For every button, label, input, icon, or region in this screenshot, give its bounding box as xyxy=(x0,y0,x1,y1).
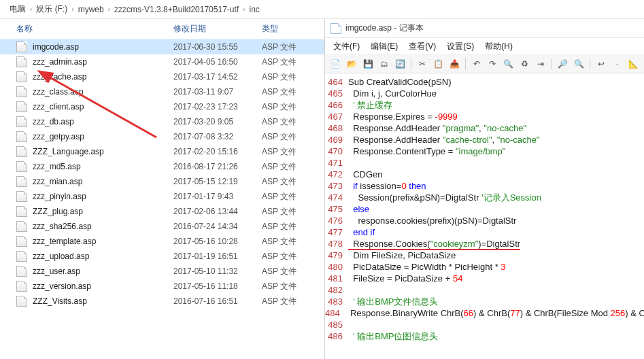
file-type: ASP 文件 xyxy=(262,281,316,292)
editor-toolbar: 📄📂💾🗂🔄✂📋📥↶↷🔍♻⇥🔎🔍↩·📐 xyxy=(325,54,644,73)
save-icon[interactable]: 💾 xyxy=(361,57,375,71)
file-row[interactable]: zzz_md5.asp2016-08-17 21:26ASP 文件 xyxy=(0,159,324,174)
paste-icon[interactable]: 📥 xyxy=(447,57,461,71)
code-line: 485 xyxy=(325,319,644,330)
code-line: 464Sub CreatValidCode(pSN) xyxy=(325,76,644,88)
file-row[interactable]: zzz_class.asp2017-03-11 9:07ASP 文件 xyxy=(0,84,324,99)
col-date[interactable]: 修改日期 xyxy=(173,23,262,35)
file-date: 2017-04-05 16:50 xyxy=(173,57,262,67)
file-type: ASP 文件 xyxy=(262,71,316,83)
toolbar-separator xyxy=(465,58,466,70)
file-row[interactable]: ZZZ_plug.asp2017-02-06 13:44ASP 文件 xyxy=(0,204,324,219)
menu-item[interactable]: 设置(S) xyxy=(443,39,478,54)
file-type: ASP 文件 xyxy=(262,191,316,203)
replace-icon[interactable]: ♻ xyxy=(518,57,532,71)
file-name: ZZZ_Visits.asp xyxy=(33,296,173,306)
menu-item[interactable]: 查看(V) xyxy=(405,39,440,54)
file-type: ASP 文件 xyxy=(262,236,316,247)
file-date: 2017-07-08 3:32 xyxy=(173,132,262,141)
zoomout-icon[interactable]: 🔍 xyxy=(572,57,586,71)
open-icon[interactable]: 📂 xyxy=(345,57,359,71)
code-text: if issession=0 then xyxy=(348,180,644,192)
code-text: Response.Cookies("cookieyzm")=DigtalStr xyxy=(348,238,644,250)
breadcrumb-segment[interactable]: zzzcms-V1.3.8+Build20170517-utf xyxy=(110,5,243,14)
ruler-icon[interactable]: 📐 xyxy=(626,57,640,71)
wrap-icon[interactable]: ↩ xyxy=(594,57,608,71)
line-number: 464 xyxy=(325,76,348,88)
cut-icon[interactable]: ✂ xyxy=(416,57,429,71)
file-icon xyxy=(16,86,27,97)
file-row[interactable]: zzz_pinyin.asp2017-01-17 9:43ASP 文件 xyxy=(0,189,324,204)
file-row[interactable]: zzz_cache.asp2017-03-17 14:52ASP 文件 xyxy=(0,69,324,84)
breadcrumb-segment[interactable]: 娱乐 (F:) xyxy=(32,3,71,15)
file-date: 2017-01-17 9:43 xyxy=(173,192,262,201)
file-name: zzz_version.asp xyxy=(33,281,173,291)
file-row[interactable]: zzz_upload.asp2017-01-19 16:51ASP 文件 xyxy=(0,249,324,264)
code-text: Sub CreatValidCode(pSN) xyxy=(348,76,644,88)
file-row[interactable]: zzz_client.asp2017-02-23 17:23ASP 文件 xyxy=(0,99,324,114)
undo-icon[interactable]: ↶ xyxy=(470,57,484,71)
file-row[interactable]: zzz_user.asp2017-05-10 11:32ASP 文件 xyxy=(0,264,324,279)
file-date: 2017-06-30 15:55 xyxy=(173,42,262,52)
breadcrumb-segment[interactable]: inc xyxy=(245,5,264,14)
code-line: 466 ' 禁止缓存 xyxy=(325,99,644,111)
file-icon xyxy=(16,281,27,292)
line-number: 479 xyxy=(325,250,348,261)
breadcrumb-segment[interactable]: myweb xyxy=(74,5,108,14)
file-row[interactable]: zzz_template.asp2017-05-16 10:28ASP 文件 xyxy=(0,234,324,249)
code-line: 469 Response.AddHeader "cache-ctrol", "n… xyxy=(325,134,644,146)
file-icon xyxy=(16,146,27,157)
file-name: zzz_admin.asp xyxy=(33,57,173,67)
whitespace-icon[interactable]: · xyxy=(611,57,624,71)
file-row[interactable]: imgcode.asp2017-06-30 15:55ASP 文件 xyxy=(0,39,324,54)
redo-icon[interactable]: ↷ xyxy=(486,57,499,71)
file-icon xyxy=(16,161,27,172)
file-date: 2017-03-17 14:52 xyxy=(173,72,262,82)
file-row[interactable]: zzz_getpy.asp2017-07-08 3:32ASP 文件 xyxy=(0,129,324,144)
copy-icon[interactable]: 📋 xyxy=(432,57,445,71)
line-number: 465 xyxy=(325,88,348,99)
file-row[interactable]: ZZZ_Language.asp2017-02-20 15:16ASP 文件 xyxy=(0,144,324,159)
file-row[interactable]: zzz_version.asp2017-05-16 11:18ASP 文件 xyxy=(0,279,324,294)
code-line: 478 Response.Cookies("cookieyzm")=Digtal… xyxy=(325,238,644,250)
file-type: ASP 文件 xyxy=(262,251,316,262)
col-type[interactable]: 类型 xyxy=(262,23,316,35)
code-text: end if xyxy=(348,226,644,238)
line-number: 470 xyxy=(325,146,348,157)
file-row[interactable]: zzz_db.asp2017-03-20 9:05ASP 文件 xyxy=(0,114,324,129)
breadcrumb-segment[interactable]: 电脑 xyxy=(5,3,30,15)
file-row[interactable]: zzz_admin.asp2017-04-05 16:50ASP 文件 xyxy=(0,54,324,69)
code-line: 468 Response.AddHeader "pragma", "no-cac… xyxy=(325,122,644,134)
file-columns-header[interactable]: 名称 修改日期 类型 xyxy=(0,19,324,39)
file-date: 2017-01-19 16:51 xyxy=(173,252,262,261)
file-row[interactable]: zzz_sha256.asp2016-07-24 14:34ASP 文件 xyxy=(0,219,324,234)
col-name[interactable]: 名称 xyxy=(0,23,173,35)
file-name: zzz_class.asp xyxy=(33,87,173,97)
file-name: zzz_sha256.asp xyxy=(33,222,173,231)
menu-item[interactable]: 编辑(E) xyxy=(367,39,402,54)
code-text: Response.BinaryWrite ChrB(66) & ChrB(77)… xyxy=(345,307,644,319)
file-icon xyxy=(16,116,27,127)
code-area[interactable]: 464Sub CreatValidCode(pSN)465 Dim i, j, … xyxy=(325,73,644,359)
menu-item[interactable]: 文件(F) xyxy=(329,39,364,54)
line-number: 468 xyxy=(325,122,348,134)
zoomin-icon[interactable]: 🔎 xyxy=(556,57,570,71)
line-number: 467 xyxy=(325,111,348,122)
find-icon[interactable]: 🔍 xyxy=(502,57,515,71)
file-icon xyxy=(16,296,27,307)
file-row[interactable]: ZZZ_Visits.asp2016-07-16 16:51ASP 文件 xyxy=(0,294,324,309)
file-type: ASP 文件 xyxy=(262,176,316,188)
code-text: Response.Expires = -9999 xyxy=(348,111,644,122)
line-number: 477 xyxy=(325,226,348,238)
line-number: 482 xyxy=(325,284,348,296)
saveall-icon[interactable]: 🗂 xyxy=(377,57,391,71)
file-name: zzz_getpy.asp xyxy=(33,132,173,141)
reload-icon[interactable]: 🔄 xyxy=(393,57,407,71)
goto-icon[interactable]: ⇥ xyxy=(534,57,547,71)
file-icon xyxy=(16,56,27,67)
file-row[interactable]: zzz_mian.asp2017-05-15 12:19ASP 文件 xyxy=(0,174,324,189)
menu-item[interactable]: 帮助(H) xyxy=(481,39,517,54)
file-icon xyxy=(16,101,27,112)
file-type: ASP 文件 xyxy=(262,146,316,158)
new-icon[interactable]: 📄 xyxy=(329,57,343,71)
